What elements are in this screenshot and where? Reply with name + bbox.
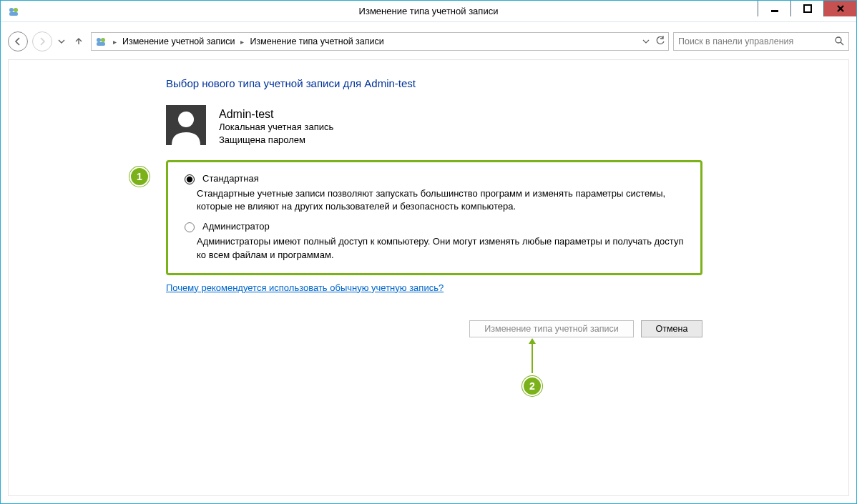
svg-rect-4 [804,5,811,12]
search-icon [834,36,844,48]
radio-admin-label: Администратор [202,221,270,232]
forward-button[interactable] [32,31,52,51]
svg-line-9 [841,42,843,45]
radio-standard-desc: Стандартные учетные записи позволяют зап… [197,187,687,213]
up-button[interactable] [71,34,87,49]
user-password-status: Защищена паролем [219,134,333,147]
why-standard-link[interactable]: Почему рекомендуется использовать обычну… [166,282,444,293]
search-placeholder: Поиск в панели управления [678,36,793,46]
chevron-right-icon: ▸ [239,38,245,46]
location-icon [94,35,107,48]
page-heading: Выбор нового типа учетной записи для Adm… [166,77,820,89]
titlebar: Изменение типа учетной записи [1,1,856,22]
annotation-badge-2: 2 [522,376,542,396]
svg-point-0 [9,8,14,12]
user-account-type: Локальная учетная запись [219,121,333,134]
app-icon [8,6,19,17]
svg-rect-7 [97,42,105,46]
minimize-button[interactable] [758,1,790,16]
chevron-down-icon[interactable] [642,36,650,47]
cancel-button[interactable]: Отмена [641,320,702,337]
user-name: Admin-test [219,108,333,121]
radio-standard[interactable]: Стандартная [181,172,687,184]
change-type-button[interactable]: Изменение типа учетной записи [469,320,634,337]
arrow-up-icon [532,339,533,373]
refresh-button[interactable] [655,36,665,48]
button-row: Изменение типа учетной записи Отмена 2 [166,320,702,337]
navigation-bar: ▸ Изменение учетной записи ▸ Изменение т… [8,28,849,55]
svg-point-6 [101,38,105,42]
radio-standard-input[interactable] [185,174,195,184]
maximize-button[interactable] [790,1,823,16]
avatar [166,105,206,145]
user-info: Admin-test Локальная учетная запись Защи… [166,105,820,146]
breadcrumb-seg2[interactable]: Изменение типа учетной записи [250,36,383,46]
radio-standard-label: Стандартная [202,173,259,184]
svg-point-5 [97,38,101,42]
radio-admin-desc: Администраторы имеют полный доступ к ком… [197,235,687,261]
history-dropdown[interactable] [57,31,67,51]
content-area: Выбор нового типа учетной записи для Adm… [8,59,849,496]
annotation-badge-1: 1 [129,167,150,187]
svg-point-8 [836,37,841,43]
back-button[interactable] [8,31,28,51]
window-title: Изменение типа учетной записи [1,6,856,16]
close-button[interactable] [823,1,856,16]
radio-admin-input[interactable] [185,222,195,232]
svg-point-11 [178,112,194,127]
breadcrumb-seg1[interactable]: Изменение учетной записи [122,36,235,46]
svg-point-1 [14,8,18,12]
radio-admin[interactable]: Администратор [181,220,687,232]
search-input[interactable]: Поиск в панели управления [673,32,849,51]
svg-rect-3 [771,10,778,12]
chevron-right-icon: ▸ [112,38,118,46]
annotation-arrow-2: 2 [522,339,542,396]
account-type-options: 1 Стандартная Стандартные учетные записи… [166,160,702,275]
window-frame: Изменение типа учетной записи [0,0,857,504]
address-bar[interactable]: ▸ Изменение учетной записи ▸ Изменение т… [91,32,669,51]
svg-rect-2 [9,12,18,16]
window-controls [758,1,856,16]
